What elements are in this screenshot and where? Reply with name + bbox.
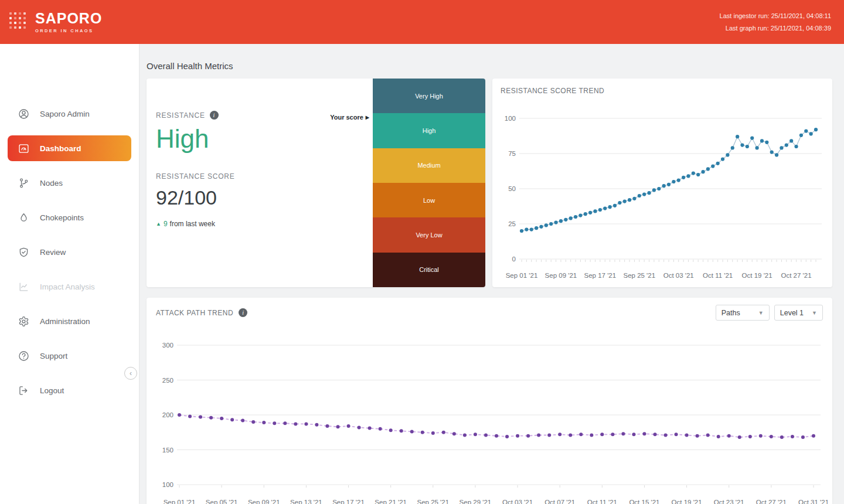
svg-text:25: 25 [508,220,516,227]
impact-icon [18,281,30,293]
svg-text:250: 250 [162,377,173,384]
svg-text:100: 100 [505,115,516,122]
chevron-down-icon: ▼ [758,310,764,316]
resistance-score-trend-chart: 0255075100Sep 01 '21Sep 09 '21Sep 17 '21… [501,95,824,281]
svg-text:150: 150 [162,447,173,454]
last-ingestor-run: Last ingestor run: 25/11/2021, 04:08:11 [720,10,831,22]
svg-text:200: 200 [162,411,173,418]
svg-text:0: 0 [512,256,516,263]
sidebar-item-label: Support [40,352,67,360]
svg-text:Oct 11 '21: Oct 11 '21 [587,499,617,504]
paths-filter-select[interactable]: Paths ▼ [716,305,770,321]
sidebar-item-label: Nodes [40,179,63,188]
sidebar-item-dashboard[interactable]: Dashboard [8,135,131,161]
droplet-icon [18,212,30,224]
scale-band-label: Low [423,197,435,204]
svg-text:Oct 23 '21: Oct 23 '21 [714,499,744,504]
svg-text:Sep 05 '21: Sep 05 '21 [206,499,238,504]
scale-band-label: High [423,127,436,134]
resistance-card: RESISTANCE i High RESISTANCE SCORE 92/10… [147,79,485,287]
sidebar-item-support[interactable]: Support [8,343,131,369]
svg-text:75: 75 [508,150,516,157]
chevron-down-icon: ▼ [812,310,817,316]
sidebar-item-impact-analysis[interactable]: Impact Analysis [8,274,131,299]
svg-text:100: 100 [162,481,173,488]
scale-band-very-low: Very Low [373,217,485,252]
resistance-scale: Very HighHighMediumLowVery LowCritical [373,79,485,287]
svg-text:Oct 15 '21: Oct 15 '21 [629,499,659,504]
attack-trend-title: ATTACK PATH TREND [156,309,233,317]
sidebar-item-logout[interactable]: Logout [8,377,131,403]
sidebar-item-label: Chokepoints [40,213,84,222]
info-icon[interactable]: i [210,111,219,120]
scale-band-critical: Critical [373,253,485,287]
nodes-icon [18,177,30,189]
arrow-up-icon: ▲ [156,221,161,227]
resistance-trend-card: RESISTANCE SCORE TREND 0255075100Sep 01 … [492,79,832,287]
sidebar-item-label: Impact Analysis [40,282,95,291]
arrow-right-icon: ▶ [366,115,369,120]
svg-text:Oct 27 '21: Oct 27 '21 [781,272,812,279]
sidebar-item-label: Saporo Admin [40,110,90,118]
brand-name: SAPORO [35,11,102,26]
logout-icon [18,384,30,397]
saporo-logo-icon [8,11,29,34]
svg-text:Oct 27 '21: Oct 27 '21 [756,499,787,504]
svg-text:Sep 29 '21: Sep 29 '21 [460,499,492,504]
svg-text:Sep 13 '21: Sep 13 '21 [290,499,322,504]
scale-band-label: Very High [415,93,443,100]
user-icon [18,108,30,120]
sidebar-item-saporo-admin[interactable]: Saporo Admin [8,101,131,127]
sidebar-item-review[interactable]: Review [8,239,131,265]
question-icon [18,350,30,362]
svg-text:Oct 03 '21: Oct 03 '21 [663,272,694,279]
svg-text:Oct 07 '21: Oct 07 '21 [544,499,575,504]
info-icon[interactable]: i [239,308,247,317]
scale-band-label: Very Low [416,231,442,239]
svg-text:Oct 31 '21: Oct 31 '21 [798,499,829,504]
scale-band-high: High [373,113,485,148]
svg-text:Oct 19 '21: Oct 19 '21 [742,272,772,279]
svg-text:Sep 17 '21: Sep 17 '21 [584,272,617,279]
brand: SAPORO ORDER IN CHAOS [8,11,102,34]
shield-check-icon [18,246,30,258]
sidebar-item-label: Administration [40,317,90,326]
resistance-trend-title: RESISTANCE SCORE TREND [501,87,824,95]
sidebar-nav: Saporo AdminDashboardNodesChokepointsRev… [0,44,139,504]
svg-text:Oct 19 '21: Oct 19 '21 [672,499,702,504]
svg-text:Sep 17 '21: Sep 17 '21 [332,499,365,504]
svg-text:Sep 01 '21: Sep 01 '21 [164,499,196,504]
scale-band-low: Low [373,183,485,217]
sidebar-collapse-button[interactable]: ‹ [124,367,137,380]
svg-text:Sep 25 '21: Sep 25 '21 [623,272,655,279]
main-content: Overall Health Metrics RESISTANCE i High… [139,44,844,504]
sidebar-item-label: Review [40,248,66,257]
svg-text:Oct 03 '21: Oct 03 '21 [502,499,533,504]
level-filter-select[interactable]: Level 1 ▼ [774,305,823,321]
scale-band-label: Critical [419,266,439,273]
scale-band-medium: Medium [373,148,485,183]
svg-text:Sep 09 '21: Sep 09 '21 [248,499,280,504]
svg-text:300: 300 [162,342,173,349]
scale-band-very-high: Very High [373,79,485,113]
sidebar-item-chokepoints[interactable]: Chokepoints [8,205,131,230]
sidebar-item-label: Logout [40,386,64,395]
brand-tagline: ORDER IN CHAOS [35,28,102,33]
top-header: SAPORO ORDER IN CHAOS Last ingestor run:… [0,0,844,44]
gear-icon [18,315,30,328]
svg-text:50: 50 [508,185,516,192]
scale-band-label: Medium [417,162,440,169]
svg-text:Sep 21 '21: Sep 21 '21 [375,499,407,504]
dashboard-icon [18,142,30,155]
last-graph-run: Last graph run: 25/11/2021, 04:08:39 [720,22,831,35]
sidebar-item-label: Dashboard [40,144,81,153]
sidebar-item-nodes[interactable]: Nodes [8,170,131,196]
your-score-marker: Your score ▶ [330,114,369,121]
svg-text:Sep 09 '21: Sep 09 '21 [545,272,577,279]
svg-text:Oct 11 '21: Oct 11 '21 [703,272,733,279]
resistance-score-label: RESISTANCE SCORE [156,172,235,181]
page-title: Overall Health Metrics [147,61,832,71]
resistance-label: RESISTANCE [156,111,205,120]
attack-path-trend-card: ATTACK PATH TREND i Paths ▼ Level 1 ▼ 10… [147,298,832,504]
sidebar-item-administration[interactable]: Administration [8,308,131,334]
